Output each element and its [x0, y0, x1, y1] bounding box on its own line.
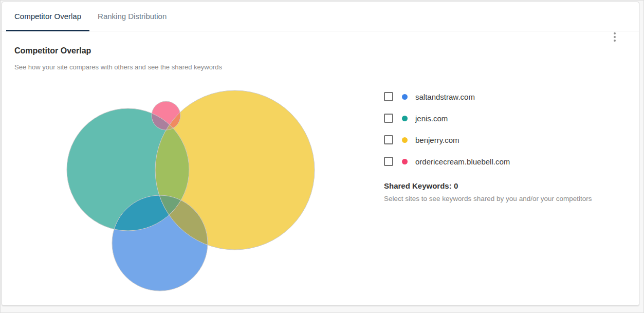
competitor-legend: saltandstraw.com jenis.com benjerry.com … — [384, 86, 625, 172]
series-color-dot — [402, 116, 408, 121]
shared-keywords-label: Shared Keywords: — [384, 181, 452, 190]
checkbox-benjerry[interactable] — [384, 135, 393, 144]
tab-bar: Competitor Overlap Ranking Distribution — [2, 2, 639, 31]
app-root: { "tabs": [ {"label": "Competitor Overla… — [0, 0, 644, 313]
shared-keywords-block: Shared Keywords: 0 Select sites to see k… — [384, 181, 625, 203]
legend-item-saltandstraw[interactable]: saltandstraw.com — [384, 86, 625, 107]
venn-diagram[interactable] — [2, 74, 352, 306]
tab-ranking-distribution[interactable]: Ranking Distribution — [89, 2, 175, 31]
legend-item-bluebell[interactable]: ordericecream.bluebell.com — [384, 151, 625, 172]
tab-competitor-overlap[interactable]: Competitor Overlap — [6, 2, 89, 31]
series-color-dot — [402, 137, 408, 143]
checkbox-saltandstraw[interactable] — [384, 92, 393, 101]
card-subtitle: See how your site compares with others a… — [14, 63, 627, 71]
card-title: Competitor Overlap — [14, 46, 627, 56]
checkbox-jenis[interactable] — [384, 114, 393, 123]
card-header: Competitor Overlap See how your site com… — [2, 31, 639, 71]
checkbox-bluebell[interactable] — [384, 157, 393, 166]
series-color-dot — [402, 159, 408, 164]
series-color-dot — [402, 94, 408, 100]
competitor-overlap-card: Competitor Overlap Ranking Distribution … — [2, 2, 639, 306]
legend-item-jenis[interactable]: jenis.com — [384, 107, 625, 129]
legend-item-label: ordericecream.bluebell.com — [415, 157, 510, 166]
shared-keywords-count: 0 — [454, 181, 458, 190]
shared-keywords-hint: Select sites to see keywords shared by y… — [384, 194, 625, 203]
legend-item-label: jenis.com — [415, 114, 448, 123]
shared-keywords-title: Shared Keywords: 0 — [384, 181, 625, 191]
legend-item-label: saltandstraw.com — [415, 93, 475, 101]
legend-item-benjerry[interactable]: benjerry.com — [384, 129, 625, 151]
legend-item-label: benjerry.com — [415, 136, 459, 144]
kebab-menu-icon[interactable] — [609, 30, 620, 44]
